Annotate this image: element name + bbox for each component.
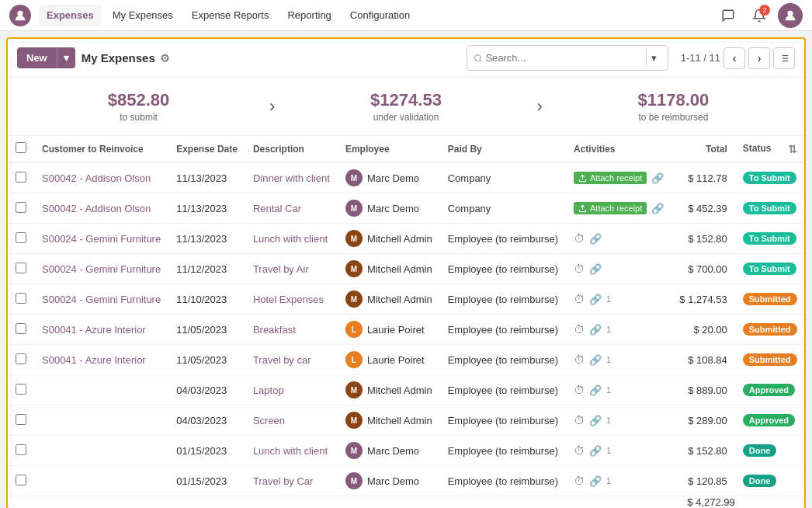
table-row: 01/15/2023Lunch with client M Marc Demo …: [8, 436, 804, 466]
paperclip-icon[interactable]: 🔗: [589, 324, 602, 336]
customer-link[interactable]: S00024 - Gemini Furniture: [42, 263, 161, 275]
employee-cell: M Marc Demo: [345, 472, 432, 489]
expense-date: 11/10/2023: [168, 284, 245, 315]
table-row: 01/15/2023Travel by Car M Marc Demo Empl…: [8, 466, 804, 496]
employee-name: Marc Demo: [367, 203, 419, 214]
table-row: S00042 - Addison Olson11/13/2023Dinner w…: [8, 162, 804, 193]
employee-avatar: M: [345, 381, 363, 398]
customer-link[interactable]: S00041 - Azure Interior: [42, 354, 146, 366]
paperclip-icon[interactable]: 🔗: [589, 354, 602, 366]
notifications-button[interactable]: 2: [747, 3, 772, 28]
paperclip-icon[interactable]: 🔗: [651, 203, 664, 214]
description-link[interactable]: Laptop: [253, 384, 284, 396]
table-row: 04/03/2023Screen M Mitchell Admin Employ…: [8, 405, 804, 436]
clock-icon[interactable]: ⏱: [574, 323, 585, 336]
paid-by: Employee (to reimburse): [440, 375, 566, 405]
table-body: S00042 - Addison Olson11/13/2023Dinner w…: [8, 162, 804, 496]
paperclip-icon[interactable]: 🔗: [589, 445, 602, 457]
page-title: My Expenses ⚙: [82, 51, 170, 64]
activity-cell: ⏱🔗1: [574, 353, 664, 366]
paperclip-icon[interactable]: 🔗: [589, 475, 602, 487]
row-checkbox[interactable]: [16, 202, 26, 213]
expenses-table-container: Customer to Reinvoice Expense Date Descr…: [8, 136, 804, 508]
summary-arrow-1[interactable]: ›: [254, 96, 290, 117]
paperclip-icon[interactable]: 🔗: [589, 233, 602, 245]
row-checkbox[interactable]: [16, 475, 26, 485]
search-dropdown-button[interactable]: ▾: [646, 49, 661, 67]
nav-configuration[interactable]: Configuration: [342, 5, 418, 26]
description-link[interactable]: Travel by car: [253, 354, 311, 366]
row-checkbox[interactable]: [16, 323, 26, 334]
expense-total: $ 112.78: [671, 162, 734, 193]
paperclip-icon[interactable]: 🔗: [651, 172, 664, 184]
description-link[interactable]: Screen: [253, 415, 285, 426]
summary-cards: $852.80 to submit › $1274.53 under valid…: [8, 78, 804, 136]
new-button-dropdown[interactable]: ▾: [57, 47, 75, 68]
row-checkbox[interactable]: [16, 263, 26, 273]
row-checkbox[interactable]: [16, 293, 26, 304]
clock-icon[interactable]: ⏱: [574, 263, 585, 275]
customer-link[interactable]: S00042 - Addison Olson: [42, 203, 151, 214]
table-row: 04/03/2023Laptop M Mitchell Admin Employ…: [8, 375, 804, 405]
paperclip-icon[interactable]: 🔗: [589, 294, 602, 305]
pagination-prev[interactable]: ‹: [724, 47, 745, 69]
select-all-checkbox[interactable]: [16, 142, 26, 153]
paperclip-icon[interactable]: 🔗: [589, 384, 602, 396]
customer-link[interactable]: S00024 - Gemini Furniture: [42, 233, 161, 245]
sort-icon[interactable]: ⇅: [788, 143, 797, 155]
row-checkbox[interactable]: [16, 384, 26, 395]
search-input[interactable]: [485, 52, 642, 64]
summary-arrow-2[interactable]: ›: [522, 96, 558, 117]
new-button[interactable]: New: [17, 47, 57, 68]
row-checkbox[interactable]: [16, 172, 26, 183]
status-badge: Done: [743, 444, 777, 457]
clock-icon[interactable]: ⏱: [574, 414, 585, 426]
description-link[interactable]: Lunch with client: [253, 445, 328, 457]
description-link[interactable]: Lunch with client: [253, 233, 328, 245]
description-link[interactable]: Dinner with client: [253, 172, 330, 184]
description-link[interactable]: Breakfast: [253, 324, 296, 336]
clock-icon[interactable]: ⏱: [574, 293, 585, 305]
attach-count: 1: [606, 294, 611, 304]
description-link[interactable]: Rental Car: [253, 203, 301, 214]
table-row: S00024 - Gemini Furniture11/13/2023Lunch…: [8, 224, 804, 254]
employee-name: Marc Demo: [367, 445, 419, 457]
description-link[interactable]: Hotel Expenses: [253, 294, 324, 305]
activity-cell: Attach receipt🔗: [574, 172, 664, 184]
employee-cell: M Marc Demo: [345, 442, 432, 459]
employee-name: Marc Demo: [367, 172, 419, 184]
chat-button[interactable]: [716, 3, 741, 28]
list-view-button[interactable]: [773, 47, 795, 69]
clock-icon[interactable]: ⏱: [574, 444, 585, 457]
clock-icon[interactable]: ⏱: [574, 384, 585, 396]
employee-avatar: M: [345, 200, 363, 217]
activity-cell: ⏱🔗1: [574, 323, 664, 336]
nav-expense-reports[interactable]: Expense Reports: [184, 5, 277, 26]
pagination-next[interactable]: ›: [748, 47, 770, 69]
nav-expenses[interactable]: Expenses: [39, 5, 102, 26]
settings-icon[interactable]: ⚙: [160, 52, 170, 64]
customer-link[interactable]: S00042 - Addison Olson: [42, 172, 151, 184]
attach-receipt-button[interactable]: Attach receipt: [574, 202, 647, 214]
paperclip-icon[interactable]: 🔗: [589, 415, 602, 426]
clock-icon[interactable]: ⏱: [574, 475, 585, 487]
clock-icon[interactable]: ⏱: [574, 232, 585, 245]
customer-link[interactable]: S00024 - Gemini Furniture: [42, 294, 161, 305]
description-link[interactable]: Travel by Car: [253, 475, 314, 487]
attach-receipt-button[interactable]: Attach receipt: [574, 172, 647, 184]
clock-icon[interactable]: ⏱: [574, 353, 585, 366]
status-badge: To Submit: [743, 232, 796, 245]
row-checkbox[interactable]: [16, 444, 26, 455]
row-checkbox[interactable]: [16, 414, 26, 425]
description-link[interactable]: Travel by Air: [253, 263, 309, 275]
nav-my-expenses[interactable]: My Expenses: [105, 5, 181, 26]
employee-name: Laurie Poiret: [367, 324, 425, 336]
paid-by: Employee (to reimburse): [440, 466, 566, 496]
customer-link[interactable]: S00041 - Azure Interior: [42, 324, 146, 336]
paperclip-icon[interactable]: 🔗: [589, 263, 602, 275]
status-badge: Submitted: [743, 353, 797, 366]
row-checkbox[interactable]: [16, 232, 26, 243]
nav-reporting[interactable]: Reporting: [279, 5, 338, 26]
row-checkbox[interactable]: [16, 353, 26, 364]
user-avatar[interactable]: [778, 3, 803, 28]
